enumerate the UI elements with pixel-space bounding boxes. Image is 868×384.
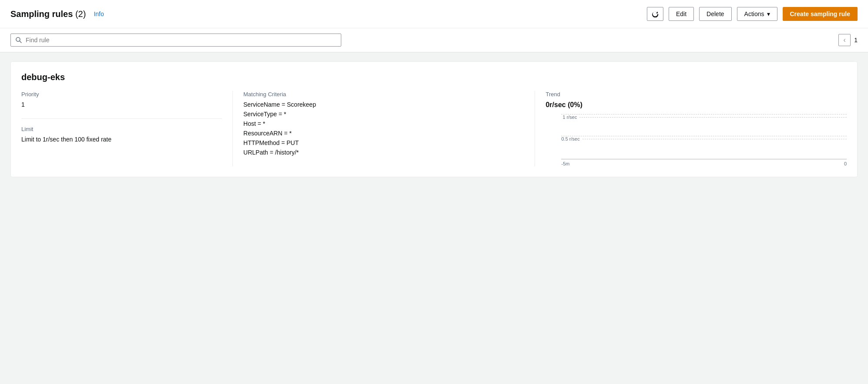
page-title: Sampling rules (2) — [10, 9, 86, 19]
refresh-button[interactable] — [647, 7, 663, 21]
edit-button[interactable]: Edit — [669, 7, 694, 21]
title-text: Sampling rules — [10, 9, 73, 19]
trend-col: Trend 0r/sec (0%) 1 r/sec 0.5 r/sec — [545, 91, 847, 166]
search-bar-area: ‹ 1 — [0, 28, 868, 53]
limit-value: Limit to 1r/sec then 100 fixed rate — [21, 136, 222, 143]
criteria-item: HTTPMethod = PUT — [243, 139, 524, 146]
search-input[interactable] — [26, 37, 336, 44]
trend-rate: 0r/sec (0%) — [545, 101, 847, 109]
priority-label: Priority — [21, 91, 222, 98]
create-sampling-rule-button[interactable]: Create sampling rule — [783, 7, 858, 21]
chart-start-label: -5m — [561, 161, 569, 166]
prev-page-button[interactable]: ‹ — [838, 34, 851, 46]
chart-label-top: 1 r/sec — [561, 115, 577, 120]
criteria-item: ServiceType = * — [243, 111, 524, 118]
matching-criteria-label: Matching Criteria — [243, 91, 524, 98]
trend-label: Trend — [545, 91, 847, 98]
trend-chart: 1 r/sec 0.5 r/sec -5m 0 — [545, 114, 847, 166]
limit-label: Limit — [21, 126, 222, 132]
chart-end-label: 0 — [844, 161, 847, 166]
search-wrapper — [10, 34, 341, 47]
criteria-item: ServiceName = Scorekeep — [243, 101, 524, 108]
criteria-item: ResourceARN = * — [243, 130, 524, 137]
refresh-icon — [652, 10, 659, 17]
priority-col: Priority 1 Limit Limit to 1r/sec then 10… — [21, 91, 233, 166]
toolbar: Sampling rules (2) Info Edit Delete Acti… — [0, 0, 868, 28]
svg-line-1 — [20, 41, 21, 43]
main-content: debug-eks Priority 1 Limit Limit to 1r/s… — [0, 53, 868, 186]
chart-bottom-axis: -5m 0 — [561, 159, 847, 166]
rule-name: debug-eks — [21, 72, 847, 82]
page-number: 1 — [854, 37, 858, 44]
chart-grid-line-top: 1 r/sec — [561, 114, 847, 120]
chart-label-mid: 0.5 r/sec — [561, 136, 579, 141]
criteria-item: URLPath = /history/* — [243, 149, 524, 156]
priority-value: 1 — [21, 101, 222, 108]
svg-point-0 — [16, 37, 20, 41]
count-badge: (2) — [75, 9, 86, 19]
pagination-area: ‹ 1 — [838, 34, 858, 46]
rule-body: Priority 1 Limit Limit to 1r/sec then 10… — [21, 91, 847, 166]
limit-section: Limit Limit to 1r/sec then 100 fixed rat… — [21, 118, 222, 143]
actions-button[interactable]: Actions ▾ — [737, 7, 777, 21]
search-icon — [15, 37, 22, 44]
rule-card: debug-eks Priority 1 Limit Limit to 1r/s… — [10, 61, 858, 177]
info-link[interactable]: Info — [94, 10, 104, 17]
chevron-down-icon: ▾ — [767, 10, 770, 17]
criteria-list: ServiceName = ScorekeepServiceType = *Ho… — [243, 101, 524, 156]
matching-criteria-col: Matching Criteria ServiceName = Scorekee… — [243, 91, 535, 166]
criteria-item: Host = * — [243, 120, 524, 127]
delete-button[interactable]: Delete — [699, 7, 731, 21]
chart-grid-line-mid: 0.5 r/sec — [561, 136, 847, 141]
actions-label: Actions — [744, 10, 764, 17]
